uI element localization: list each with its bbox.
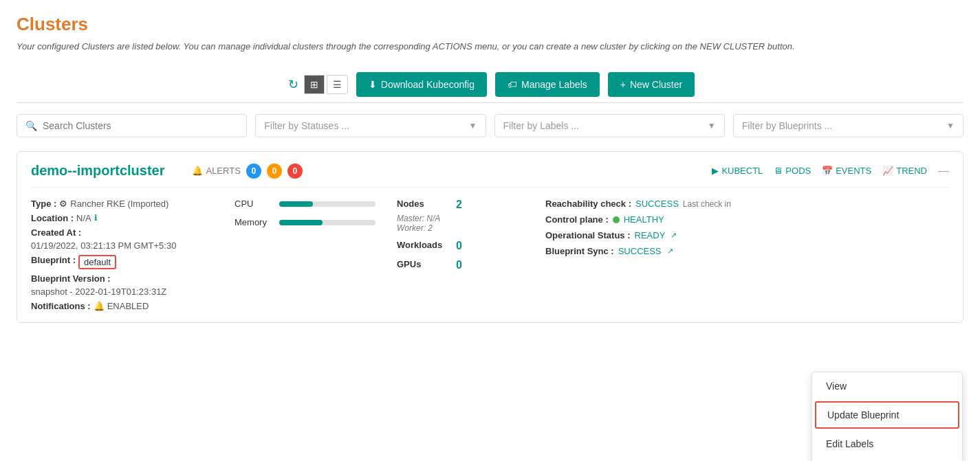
blueprints-filter[interactable]: Filter by Blueprints ... ▼ xyxy=(733,114,963,137)
view-toggle: ↻ ⊞ ☰ xyxy=(285,74,348,95)
chevron-down-icon: ▼ xyxy=(708,121,716,131)
cluster-header: demo--importcluster 🔔 ALERTS 0 0 0 ▶ KUB… xyxy=(31,163,949,188)
alerts-badge-red: 0 xyxy=(287,164,303,179)
alerts-label: 🔔 ALERTS xyxy=(192,166,240,176)
plus-icon: + xyxy=(620,79,626,90)
trend-icon: 📈 xyxy=(882,166,893,176)
alerts-badge-blue: 0 xyxy=(246,164,261,179)
cpu-progress-bg xyxy=(279,201,375,207)
metrics-section: Nodes 2 Master: N/A Worker: 2 Workloads … xyxy=(397,199,534,271)
external-link-icon[interactable]: ↗ xyxy=(671,231,677,240)
blueprint-row: Blueprint : default xyxy=(31,255,224,269)
bell-icon: 🔔 xyxy=(192,166,203,176)
type-row: Type : ⚙ Rancher RKE (Imported) xyxy=(31,199,224,209)
list-view-button[interactable]: ☰ xyxy=(327,75,348,94)
actions-dropdown-menu: View Update Blueprint Edit Labels Config… xyxy=(812,372,963,461)
workloads-metric: Workloads 0 xyxy=(397,240,534,252)
pods-icon: 🖥 xyxy=(774,166,783,176)
terminal-icon: ▶ xyxy=(712,166,719,176)
pods-button[interactable]: 🖥 PODS xyxy=(774,166,811,176)
page-container: Clusters Your configured Clusters are li… xyxy=(0,0,980,461)
manage-labels-button[interactable]: 🏷 Manage Labels xyxy=(495,72,600,97)
cluster-actions: ▶ KUBECTL 🖥 PODS 📅 EVENTS 📈 TREND — xyxy=(712,165,949,177)
status-filter[interactable]: Filter by Statuses ... ▼ xyxy=(255,114,486,137)
operational-row: Operational Status : READY ↗ xyxy=(545,230,949,240)
trends-button[interactable]: 📈 TREND xyxy=(882,166,927,176)
dropdown-item-view[interactable]: View xyxy=(812,372,962,400)
search-input[interactable] xyxy=(43,120,238,131)
cluster-info: Type : ⚙ Rancher RKE (Imported) Location… xyxy=(31,199,224,311)
gpus-metric: GPUs 0 xyxy=(397,259,534,271)
notifications-row: Notifications : 🔔 ENABLED xyxy=(31,301,224,311)
dropdown-item-edit-labels[interactable]: Edit Labels xyxy=(812,430,962,458)
download-kubeconfig-button[interactable]: ⬇ Download Kubeconfig xyxy=(356,72,487,97)
new-cluster-button[interactable]: + New Cluster xyxy=(608,72,695,97)
download-icon: ⬇ xyxy=(369,79,377,90)
healthy-dot xyxy=(613,216,620,223)
chevron-down-icon: ▼ xyxy=(469,121,477,131)
blueprint-version-row: Blueprint Version : snapshot - 2022-01-1… xyxy=(31,273,224,297)
bell-icon: 🔔 xyxy=(94,301,105,311)
cluster-body: Type : ⚙ Rancher RKE (Imported) Location… xyxy=(31,199,949,311)
chevron-down-icon: ▼ xyxy=(946,121,955,131)
info-icon: ℹ xyxy=(94,213,98,223)
alerts-badge-orange: 0 xyxy=(267,164,282,179)
created-row: Created At : 01/19/2022, 03:21:13 PM GMT… xyxy=(31,227,224,251)
dropdown-item-update-blueprint[interactable]: Update Blueprint xyxy=(815,401,959,429)
kubectl-button[interactable]: ▶ KUBECTL xyxy=(712,166,763,176)
control-plane-row: Control plane : HEALTHY xyxy=(545,214,949,225)
refresh-button[interactable]: ↻ xyxy=(285,74,301,95)
status-section: Reachability check : SUCCESS Last check … xyxy=(545,199,949,256)
blueprint-sync-row: Blueprint Sync : SUCCESS ↗ xyxy=(545,246,949,256)
page-title: Clusters xyxy=(17,14,963,35)
location-row: Location : N/A ℹ xyxy=(31,213,224,223)
events-button[interactable]: 📅 EVENTS xyxy=(822,166,871,176)
filters-row: 🔍 Filter by Statuses ... ▼ Filter by Lab… xyxy=(17,114,963,137)
search-icon: 🔍 xyxy=(25,120,37,131)
labels-filter[interactable]: Filter by Labels ... ▼ xyxy=(494,114,725,137)
grid-view-button[interactable]: ⊞ xyxy=(304,75,325,94)
memory-row: Memory xyxy=(235,217,386,227)
alerts-section: 🔔 ALERTS 0 0 0 xyxy=(192,164,302,179)
calendar-icon: 📅 xyxy=(822,166,833,176)
cpu-progress-fill xyxy=(279,201,313,207)
cluster-name[interactable]: demo--importcluster xyxy=(31,163,164,179)
dropdown-item-configure-ingress[interactable]: Configure Ingress IPs xyxy=(812,458,962,461)
page-subtitle: Your configured Clusters are listed belo… xyxy=(17,41,963,53)
blueprint-value: default xyxy=(78,255,116,269)
nodes-metric: Nodes 2 xyxy=(397,199,534,211)
memory-progress-fill xyxy=(279,220,323,225)
reachability-row: Reachability check : SUCCESS Last check … xyxy=(545,199,949,209)
toolbar: ↻ ⊞ ☰ ⬇ Download Kubeconfig 🏷 Manage Lab… xyxy=(17,67,963,103)
search-box[interactable]: 🔍 xyxy=(17,114,247,137)
resources-section: CPU Memory xyxy=(235,199,386,227)
external-link-icon[interactable]: ↗ xyxy=(667,247,673,256)
label-icon: 🏷 xyxy=(508,79,517,90)
memory-progress-bg xyxy=(279,220,375,225)
actions-menu-dash[interactable]: — xyxy=(938,165,949,177)
cluster-card: demo--importcluster 🔔 ALERTS 0 0 0 ▶ KUB… xyxy=(17,151,963,323)
cpu-row: CPU xyxy=(235,199,386,209)
rancher-icon: ⚙ xyxy=(59,199,67,209)
